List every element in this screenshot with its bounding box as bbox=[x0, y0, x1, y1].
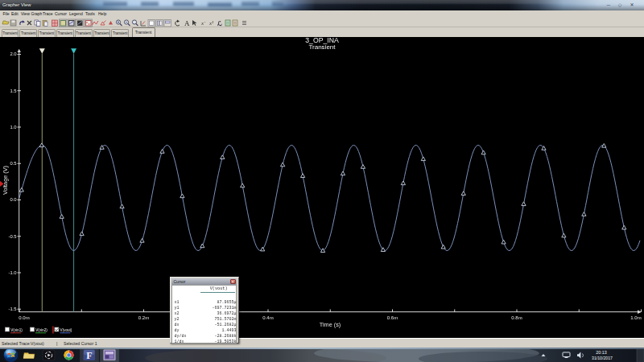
svg-text:A: A bbox=[184, 19, 190, 27]
svg-text:-1.0: -1.0 bbox=[9, 270, 17, 275]
svg-text:2.0: 2.0 bbox=[10, 51, 16, 56]
svg-text:0.8m: 0.8m bbox=[511, 315, 522, 320]
svg-text:1.0: 1.0 bbox=[10, 125, 16, 130]
svg-text:x´: x´ bbox=[200, 20, 206, 27]
svg-text:ℒ: ℒ bbox=[217, 20, 222, 27]
svg-text:V(vout): V(vout) bbox=[60, 328, 72, 332]
svg-text:1.0m: 1.0m bbox=[630, 315, 641, 320]
svg-text:x¹: x¹ bbox=[208, 20, 213, 27]
svg-text:0.4m: 0.4m bbox=[262, 315, 273, 320]
svg-text:0.0: 0.0 bbox=[10, 197, 16, 202]
svg-text:Time (s): Time (s) bbox=[320, 321, 341, 328]
svg-text:Transient: Transient bbox=[308, 43, 336, 51]
svg-text:V(vin2): V(vin2) bbox=[35, 328, 47, 332]
svg-text:-1.5: -1.5 bbox=[9, 306, 17, 311]
svg-text:0.6m: 0.6m bbox=[387, 315, 398, 320]
svg-text:F: F bbox=[86, 350, 92, 361]
svg-text:-0.5: -0.5 bbox=[9, 234, 17, 239]
svg-text:Voltage (V): Voltage (V) bbox=[2, 166, 9, 195]
svg-text:0.0m: 0.0m bbox=[19, 315, 29, 320]
svg-text:0.5: 0.5 bbox=[10, 161, 16, 166]
svg-text:31/10/2017: 31/10/2017 bbox=[592, 356, 613, 360]
svg-text:0.2m: 0.2m bbox=[138, 315, 149, 320]
svg-text:20:13: 20:13 bbox=[596, 350, 607, 355]
svg-text:1.5: 1.5 bbox=[10, 88, 16, 93]
svg-text:V(vin1): V(vin1) bbox=[10, 328, 23, 332]
